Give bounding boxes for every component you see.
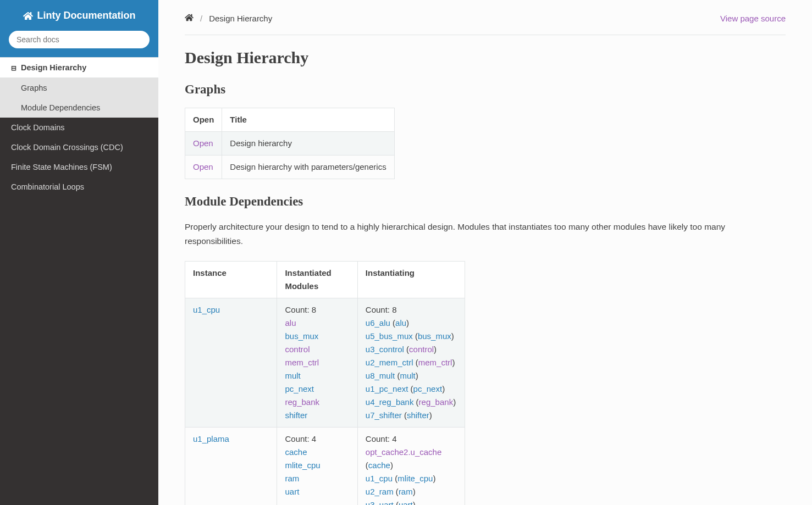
nav-item-clock-domain-crossings-cdc-[interactable]: Clock Domain Crossings (CDC) <box>0 137 158 157</box>
instance-ref-link[interactable]: u6_alu <box>366 318 390 328</box>
nav-item-label: Finite State Machines (FSM) <box>11 163 112 171</box>
instance-ref-link[interactable]: u2_ram <box>366 487 394 496</box>
module-ref-link[interactable]: mlite_cpu <box>397 474 433 483</box>
module-ref-link[interactable]: mult <box>400 371 415 380</box>
module-ref-link[interactable]: shifter <box>407 410 429 420</box>
nav-item-label: Graphs <box>21 84 47 92</box>
module-link[interactable]: control <box>285 345 310 354</box>
nav-item-graphs[interactable]: Graphs <box>0 78 158 98</box>
section-heading-module-deps: Module Dependencies <box>185 195 786 209</box>
count-label: Count: 8 <box>285 303 349 317</box>
breadcrumb: / Design Hierarchy <box>185 13 272 24</box>
deps-th-instantiated: Instantiated Modules <box>277 261 357 298</box>
module-ref-link[interactable]: ram <box>399 487 413 496</box>
search-wrap <box>0 31 158 57</box>
instantiated-cell: Count: 4cachemlite_cpuramuart <box>277 427 357 505</box>
nav-item-label: Module Dependencies <box>21 103 100 112</box>
instance-ref-link[interactable]: u1_pc_next <box>366 384 408 393</box>
instance-ref-link[interactable]: u7_shifter <box>366 410 402 420</box>
instance-ref-link[interactable]: opt_cache2.u_cache <box>366 447 441 457</box>
breadcrumb-current: Design Hierarchy <box>209 14 272 23</box>
count-label: Count: 4 <box>366 432 457 446</box>
module-link[interactable]: reg_bank <box>285 397 319 407</box>
sidebar: Linty Documentation ⊟Design HierarchyGra… <box>0 0 158 505</box>
section-heading-graphs: Graphs <box>185 82 786 97</box>
instance-ref-link[interactable]: u8_mult <box>366 371 395 380</box>
module-link[interactable]: bus_mux <box>285 331 318 341</box>
breadcrumb-home-icon[interactable] <box>185 13 194 24</box>
graphs-table: Open Title OpenDesign hierarchyOpenDesig… <box>185 108 395 179</box>
module-link[interactable]: mem_ctrl <box>285 358 319 367</box>
header-divider <box>185 35 786 35</box>
instance-ref-link[interactable]: u1_cpu <box>366 474 393 483</box>
site-title-text: Linty Documentation <box>37 10 136 21</box>
table-row: OpenDesign hierarchy <box>185 132 395 156</box>
deps-table: Instance Instantiated Modules Instantiat… <box>185 261 465 505</box>
open-link[interactable]: Open <box>193 162 213 171</box>
module-link[interactable]: cache <box>285 447 307 457</box>
module-ref-link[interactable]: cache <box>368 460 390 470</box>
deps-th-instantiating: Instantiating <box>357 261 465 298</box>
nav-item-combinatorial-loops[interactable]: Combinatorial Loops <box>0 177 158 197</box>
home-icon <box>23 11 33 21</box>
instance-link[interactable]: u1_cpu <box>193 305 220 314</box>
module-link[interactable]: pc_next <box>285 384 314 393</box>
instance-ref-link[interactable]: u5_bus_mux <box>366 331 413 341</box>
instance-ref-link[interactable]: u3_uart <box>366 500 394 505</box>
instance-ref-link[interactable]: u4_reg_bank <box>366 397 414 407</box>
table-row: u1_cpuCount: 8alubus_muxcontrolmem_ctrlm… <box>185 298 465 427</box>
graphs-th-title: Title <box>222 108 394 132</box>
module-deps-intro: Properly architecture your design to ten… <box>185 220 786 249</box>
graphs-th-open: Open <box>185 108 222 132</box>
module-link[interactable]: uart <box>285 487 299 496</box>
module-ref-link[interactable]: mem_ctrl <box>418 358 452 367</box>
table-row: OpenDesign hierarchy with parameters/gen… <box>185 156 395 179</box>
sidebar-header: Linty Documentation <box>0 0 158 31</box>
nav-item-label: Design Hierarchy <box>21 63 86 72</box>
module-link[interactable]: alu <box>285 318 296 328</box>
module-ref-link[interactable]: uart <box>399 500 413 505</box>
instantiating-cell: Count: 8u6_alu (alu)u5_bus_mux (bus_mux)… <box>357 298 465 427</box>
instantiated-cell: Count: 8alubus_muxcontrolmem_ctrlmultpc_… <box>277 298 357 427</box>
view-source-link[interactable]: View page source <box>720 14 786 23</box>
page-title: Design Hierarchy <box>185 48 786 67</box>
table-row: u1_plamaCount: 4cachemlite_cpuramuartCou… <box>185 427 465 505</box>
instance-link[interactable]: u1_plama <box>193 434 229 443</box>
site-title-link[interactable]: Linty Documentation <box>23 10 136 21</box>
instantiating-cell: Count: 4opt_cache2.u_cache (cache)u1_cpu… <box>357 427 465 505</box>
breadcrumb-separator: / <box>200 14 202 23</box>
open-link[interactable]: Open <box>193 138 213 148</box>
nav-item-finite-state-machines-fsm-[interactable]: Finite State Machines (FSM) <box>0 157 158 177</box>
collapse-icon[interactable]: ⊟ <box>11 64 16 72</box>
instance-ref-link[interactable]: u3_control <box>366 345 404 354</box>
module-ref-link[interactable]: alu <box>395 318 406 328</box>
deps-th-instance: Instance <box>185 261 277 298</box>
module-link[interactable]: ram <box>285 474 299 483</box>
nav-item-module-dependencies[interactable]: Module Dependencies <box>0 98 158 118</box>
module-ref-link[interactable]: pc_next <box>413 384 443 393</box>
nav: ⊟Design HierarchyGraphsModule Dependenci… <box>0 57 158 197</box>
nav-item-label: Combinatorial Loops <box>11 182 84 191</box>
nav-item-design-hierarchy[interactable]: ⊟Design Hierarchy <box>0 57 158 78</box>
count-label: Count: 4 <box>285 432 349 446</box>
instance-ref-link[interactable]: u2_mem_ctrl <box>366 358 413 367</box>
count-label: Count: 8 <box>366 303 457 317</box>
module-link[interactable]: mlite_cpu <box>285 460 320 470</box>
nav-item-label: Clock Domain Crossings (CDC) <box>11 143 123 152</box>
module-ref-link[interactable]: control <box>409 345 434 354</box>
breadcrumb-row: / Design Hierarchy View page source <box>185 13 786 35</box>
nav-item-label: Clock Domains <box>11 123 65 132</box>
graph-title-cell: Design hierarchy with parameters/generic… <box>222 156 394 179</box>
graph-title-cell: Design hierarchy <box>222 132 394 156</box>
module-link[interactable]: shifter <box>285 410 307 420</box>
nav-item-clock-domains[interactable]: Clock Domains <box>0 118 158 137</box>
module-link[interactable]: mult <box>285 371 300 380</box>
module-ref-link[interactable]: bus_mux <box>418 331 451 341</box>
main-content: / Design Hierarchy View page source Desi… <box>158 0 812 505</box>
search-input[interactable] <box>9 31 150 48</box>
module-ref-link[interactable]: reg_bank <box>419 397 454 407</box>
